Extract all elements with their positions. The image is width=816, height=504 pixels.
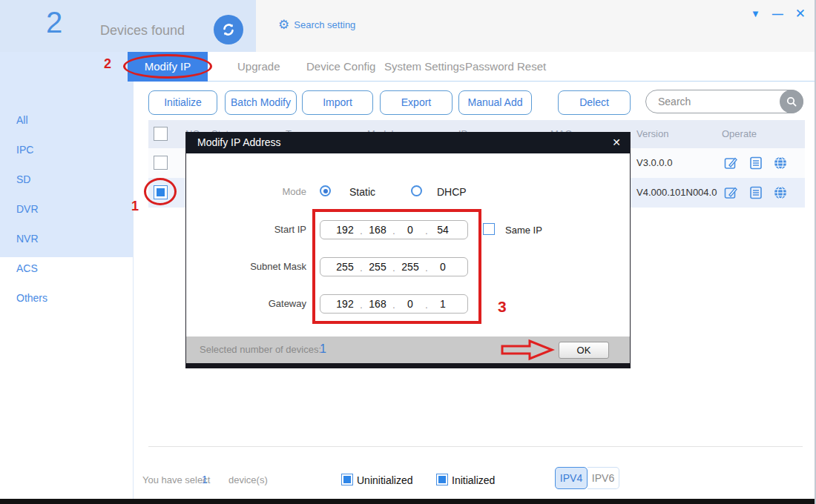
you-have-select-label: You have select — [142, 474, 210, 485]
tab-bar: Modify IP Upgrade Device Config System S… — [134, 52, 816, 82]
annotation-step-2: 2 — [104, 56, 111, 72]
annotation-ellipse-tab — [123, 54, 212, 79]
close-icon[interactable]: ✕ — [795, 6, 806, 21]
refresh-button[interactable] — [214, 15, 243, 44]
sidebar-item-sd[interactable]: SD — [16, 173, 105, 185]
initialized-label: Initialized — [452, 474, 495, 486]
web-icon[interactable] — [773, 156, 788, 170]
sidebar-item-dvr[interactable]: DVR — [16, 203, 105, 215]
tab-password-reset[interactable]: Password Reset — [465, 52, 546, 82]
row1-checkbox[interactable] — [154, 156, 168, 170]
row1-version: V3.0.0.0 — [636, 148, 672, 178]
tab-upgrade[interactable]: Upgrade — [237, 52, 280, 82]
static-label: Static — [349, 186, 375, 198]
row2-version: V4.000.101N004.0 — [636, 178, 717, 208]
col-operate: Operate — [722, 120, 757, 148]
ip-version-toggle: IPV4 IPV6 — [555, 467, 619, 489]
static-radio[interactable] — [320, 185, 331, 196]
selected-devices-label: Selected number of devices: — [200, 344, 321, 355]
edit-icon[interactable] — [723, 156, 738, 170]
app-window: 2 Devices found ⚙ Search setting ▼ — ✕ A… — [0, 0, 816, 504]
dialog-footer: Selected number of devices: 1 OK — [186, 336, 630, 363]
search-setting[interactable]: ⚙ Search setting — [278, 19, 355, 31]
same-ip-label: Same IP — [505, 225, 542, 236]
dialog-title: Modify IP Address — [197, 136, 281, 148]
sidebar-item-all[interactable]: All — [16, 114, 105, 126]
dialog-close-icon[interactable]: ✕ — [612, 132, 621, 153]
details-icon[interactable] — [748, 185, 763, 200]
initialize-button[interactable]: Initialize — [148, 90, 217, 115]
minimize-icon[interactable]: — — [772, 7, 783, 20]
subnet-mask-label: Subnet Mask — [217, 261, 306, 272]
sidebar-item-nvr[interactable]: NVR — [16, 233, 105, 245]
annotation-circle-checkbox — [144, 178, 177, 205]
same-ip-checkbox[interactable] — [483, 223, 495, 235]
ok-button[interactable]: OK — [559, 342, 609, 359]
search-setting-label: Search setting — [294, 19, 355, 30]
selected-count: 1 — [202, 474, 208, 485]
select-all-checkbox[interactable] — [154, 127, 168, 141]
details-icon[interactable] — [748, 156, 763, 170]
web-icon[interactable] — [773, 185, 788, 200]
device-count: 2 — [46, 6, 62, 39]
devices-found-label: Devices found — [100, 23, 185, 39]
initialized-checkbox[interactable] — [436, 474, 448, 485]
annotation-step-3: 3 — [498, 298, 507, 316]
window-controls: ▼ — ✕ — [751, 6, 806, 21]
refresh-icon — [220, 21, 237, 39]
search-box — [645, 90, 803, 113]
delete-button[interactable]: Delect — [558, 90, 631, 115]
dropdown-icon[interactable]: ▼ — [751, 8, 760, 19]
selected-devices-count: 1 — [320, 342, 326, 356]
annotation-step-1: 1 — [131, 199, 139, 214]
col-version: Version — [636, 120, 668, 148]
manual-add-button[interactable]: Manual Add — [458, 90, 532, 115]
dialog-title-bar: Modify IP Address ✕ — [186, 132, 630, 153]
annotation-rect-fields — [312, 209, 481, 324]
mode-label: Mode — [217, 186, 306, 197]
modify-ip-dialog: Modify IP Address ✕ Mode Static DHCP Sta… — [185, 132, 631, 368]
ipv6-toggle[interactable]: IPV6 — [588, 467, 619, 489]
ipv4-toggle[interactable]: IPV4 — [555, 467, 588, 489]
gear-icon: ⚙ — [278, 19, 289, 31]
import-button[interactable]: Import — [302, 90, 373, 115]
search-button[interactable] — [780, 90, 803, 113]
sidebar-item-others[interactable]: Others — [16, 292, 105, 304]
window-bottom-border — [0, 499, 815, 504]
sidebar: All IPC SD DVR NVR ACS Others — [0, 52, 134, 499]
sidebar-item-acs[interactable]: ACS — [16, 262, 105, 274]
uninitialized-label: Uninitialized — [357, 474, 412, 486]
tab-device-config[interactable]: Device Config — [306, 52, 375, 82]
tab-system-settings[interactable]: System Settings — [384, 52, 464, 82]
dhcp-label: DHCP — [437, 186, 467, 198]
export-button[interactable]: Export — [380, 90, 453, 115]
devices-label: device(s) — [228, 474, 268, 485]
separator-line — [148, 446, 803, 447]
uninitialized-checkbox[interactable] — [341, 474, 353, 485]
batch-modify-ip-button[interactable]: Batch Modify IP — [225, 90, 297, 115]
start-ip-label: Start IP — [217, 224, 306, 235]
sidebar-item-ipc[interactable]: IPC — [16, 144, 105, 156]
edit-icon[interactable] — [723, 185, 738, 200]
annotation-arrow-ok — [500, 339, 555, 361]
gateway-label: Gateway — [217, 298, 306, 309]
search-icon — [786, 96, 797, 107]
dhcp-radio[interactable] — [411, 185, 422, 196]
